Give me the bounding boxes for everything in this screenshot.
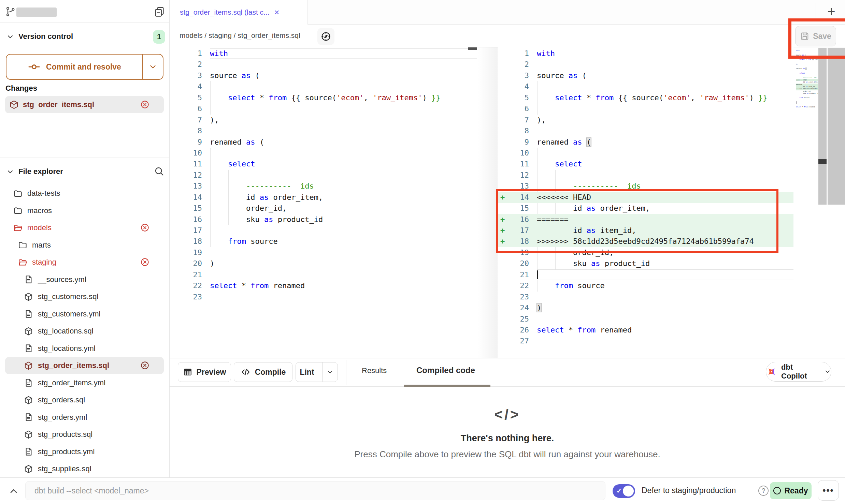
code-line-6[interactable]: 6 (498, 103, 793, 114)
code-line-11[interactable]: 11 select (498, 159, 793, 169)
chevron-down-icon[interactable] (6, 33, 14, 41)
editor-scrollbar-track[interactable] (818, 48, 827, 205)
code-line-17[interactable]: 17 (170, 225, 477, 236)
code-line-24[interactable]: 24) (498, 302, 793, 313)
code-line-12[interactable]: 12 (498, 170, 793, 181)
code-text[interactable] (210, 247, 477, 258)
code-text[interactable] (537, 125, 793, 136)
code-line-21[interactable]: 21 (498, 269, 793, 280)
code-text[interactable]: order_id, (537, 247, 793, 258)
minimap[interactable]: withsource as ( select * from {{ source(… (796, 50, 818, 116)
code-line-5[interactable]: 5 select * from {{ source('ecom', 'raw_i… (498, 92, 793, 103)
code-line-26[interactable]: 26select * from renamed (498, 325, 793, 336)
code-text[interactable] (537, 336, 793, 346)
file-row-models[interactable]: models (5, 219, 164, 236)
lint-main[interactable]: Lint (296, 362, 318, 382)
code-line-9[interactable]: 9renamed as ( (498, 137, 793, 148)
code-text[interactable]: source as ( (537, 70, 793, 81)
code-line-23[interactable]: 23 (498, 292, 793, 302)
conflict-icon[interactable] (140, 361, 149, 370)
code-text[interactable]: renamed as ( (537, 137, 793, 148)
code-text[interactable] (210, 125, 477, 136)
code-text[interactable] (210, 103, 477, 114)
code-text[interactable]: ---------- ids (537, 181, 793, 192)
code-line-10[interactable]: 10 (498, 148, 793, 159)
file-row-stg_locations.yml[interactable]: stg_locations.yml (5, 340, 164, 357)
code-line-3[interactable]: 3source as ( (498, 70, 793, 81)
commit-dropdown-button[interactable] (142, 55, 163, 79)
code-text[interactable]: ---------- ids (210, 181, 477, 192)
code-text[interactable] (537, 314, 793, 325)
code-text[interactable]: select * from {{ source('ecom', 'raw_ite… (537, 92, 793, 103)
code-line-14[interactable]: +14<<<<<<< HEAD (498, 192, 793, 203)
code-text[interactable]: renamed as ( (210, 137, 477, 148)
file-row-stg_order_items.yml[interactable]: stg_order_items.yml (5, 374, 164, 391)
code-text[interactable] (210, 81, 477, 92)
code-text[interactable]: select * from {{ source('ecom', 'raw_ite… (210, 92, 477, 103)
command-input[interactable]: dbt build --select <model_name> (25, 481, 605, 500)
code-text[interactable]: with (537, 48, 793, 59)
code-text[interactable]: source as ( (210, 70, 477, 81)
code-text[interactable]: from source (537, 280, 793, 291)
code-line-16[interactable]: +16======= (498, 214, 793, 225)
code-line-7[interactable]: 7), (498, 115, 793, 125)
code-line-6[interactable]: 6 (170, 103, 477, 114)
file-row-stg_orders.yml[interactable]: stg_orders.yml (5, 409, 164, 426)
code-text[interactable]: ======= (537, 214, 793, 225)
lint-button[interactable]: Lint (296, 362, 338, 382)
code-line-4[interactable]: 4 (498, 81, 793, 92)
code-text[interactable]: ) (210, 258, 477, 269)
code-line-13[interactable]: 13 ---------- ids (498, 181, 793, 192)
code-text[interactable]: sku as product_id (537, 258, 793, 269)
file-row-stg_customers.yml[interactable]: stg_customers.yml (5, 306, 164, 323)
copy-icon[interactable] (154, 6, 165, 17)
defer-toggle[interactable]: ✓ (613, 484, 635, 498)
compile-button[interactable]: Compile (234, 362, 292, 382)
outer-scrollbar-track[interactable] (828, 48, 845, 205)
file-row-stg_customers.sql[interactable]: stg_customers.sql (5, 288, 164, 305)
conflict-icon[interactable] (140, 257, 149, 267)
code-line-7[interactable]: 7), (170, 115, 477, 125)
code-text[interactable]: select (210, 159, 477, 169)
code-line-3[interactable]: 3source as ( (170, 70, 477, 81)
file-row-stg_orders.sql[interactable]: stg_orders.sql (5, 391, 164, 409)
code-line-15[interactable]: 15 order_id, (170, 203, 477, 214)
chevron-up-icon[interactable] (8, 486, 19, 496)
code-text[interactable]: ), (537, 115, 793, 125)
branch-name-redacted[interactable] (16, 8, 57, 17)
code-text[interactable] (210, 269, 477, 280)
code-text[interactable]: id as order_item, (210, 192, 477, 203)
lineage-button[interactable] (317, 28, 334, 45)
help-icon[interactable]: ? (758, 486, 769, 496)
file-row-stg_products.sql[interactable]: stg_products.sql (5, 426, 164, 443)
lint-dropdown-button[interactable] (322, 362, 338, 382)
close-icon[interactable]: × (274, 8, 280, 17)
new-tab-button[interactable]: + (824, 4, 839, 19)
more-options-button[interactable]: ••• (818, 480, 839, 501)
code-text[interactable]: select * from renamed (210, 280, 477, 291)
tab-compiled-code[interactable]: Compiled code (416, 366, 475, 375)
editor-pane-right[interactable]: 1with23source as (45 select * from {{ so… (498, 47, 793, 358)
code-text[interactable]: order_id, (210, 203, 477, 214)
code-text[interactable] (537, 269, 793, 280)
code-line-1[interactable]: 1with (498, 48, 793, 59)
conflict-icon[interactable] (140, 100, 149, 109)
chevron-down-icon[interactable] (6, 168, 14, 176)
code-line-18[interactable]: +18>>>>>>> 58c1dd23d5eebd9cd2495fa7124ab… (498, 236, 793, 247)
tab-stg-order-items[interactable]: stg_order_items.sql (last c... × (170, 0, 308, 25)
code-line-18[interactable]: 18 from source (170, 236, 477, 247)
code-line-23[interactable]: 23 (170, 292, 477, 302)
editor-pane-left[interactable]: 1with23source as (45 select * from {{ so… (170, 47, 477, 358)
file-row-data-tests[interactable]: data-tests (5, 185, 164, 202)
code-text[interactable] (210, 225, 477, 236)
tab-results[interactable]: Results (362, 366, 387, 375)
conflict-icon[interactable] (140, 223, 149, 232)
code-text[interactable] (210, 59, 477, 70)
code-line-22[interactable]: 22 from source (498, 280, 793, 291)
code-line-21[interactable]: 21 (170, 269, 477, 280)
commit-and-resolve-button[interactable]: Commit and resolve (6, 54, 163, 80)
code-text[interactable]: >>>>>>> 58c1dd23d5eebd9cd2495fa7124ab61b… (537, 236, 793, 247)
file-row-macros[interactable]: macros (5, 202, 164, 219)
code-line-19[interactable]: 19 (170, 247, 477, 258)
code-line-8[interactable]: 8 (498, 125, 793, 136)
